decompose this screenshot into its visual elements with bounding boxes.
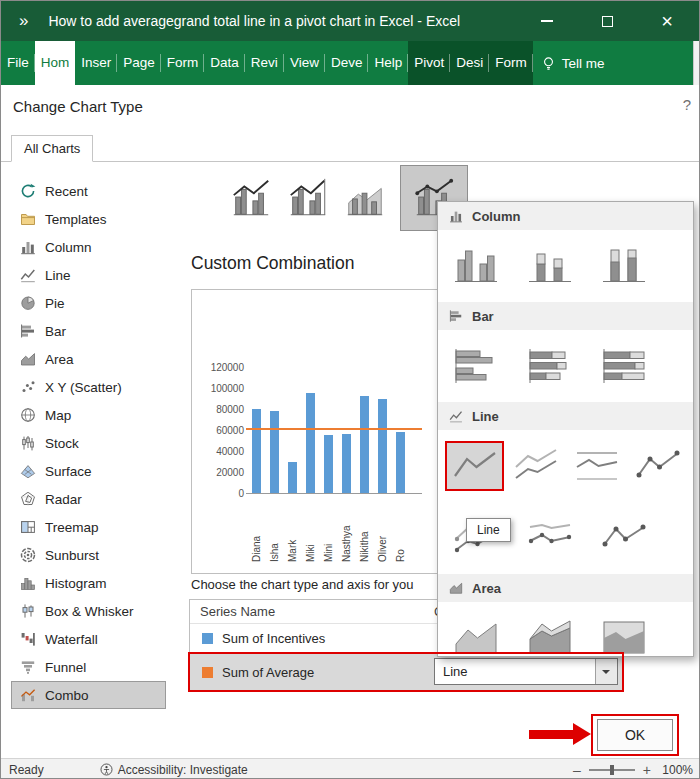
x-axis-label: Nasthya	[341, 525, 352, 562]
column-icon	[20, 239, 36, 255]
ribbon-tab-pivot[interactable]: Pivot	[408, 41, 450, 85]
sidebar-item-stock[interactable]: Stock	[11, 429, 166, 457]
flyout-option-area-100[interactable]	[594, 614, 654, 657]
zoom-out-button[interactable]: –	[573, 762, 581, 778]
flyout-option-bar-clustered[interactable]	[446, 342, 506, 390]
zoom-in-button[interactable]: +	[643, 762, 651, 778]
accessibility-status[interactable]: Accessibility: Investigate	[100, 763, 248, 777]
flyout-option-line-markers[interactable]	[630, 442, 687, 490]
minimize-button[interactable]	[517, 1, 577, 41]
chart-bar	[270, 411, 279, 493]
x-axis-label: Ro	[395, 549, 406, 562]
chart-average-line	[246, 428, 422, 431]
flyout-section-label: Area	[472, 581, 501, 596]
sidebar-item-treemap[interactable]: Treemap	[11, 513, 166, 541]
ribbon-tab-help[interactable]: Help	[368, 41, 408, 85]
recent-icon	[20, 183, 36, 199]
sidebar-item-label: Funnel	[45, 660, 86, 675]
tell-me[interactable]: Tell me	[541, 41, 605, 85]
flyout-section-bar: Bar	[438, 302, 693, 330]
ribbon-tab-form[interactable]: Form	[161, 41, 205, 85]
maximize-button[interactable]	[577, 1, 637, 41]
sidebar-item-radar[interactable]: Radar	[11, 485, 166, 513]
chart-bar	[360, 396, 369, 493]
scrollbar[interactable]	[693, 41, 700, 85]
ribbon-tab-revi[interactable]: Revi	[245, 41, 284, 85]
column-header-series-name: Series Name	[190, 604, 428, 619]
y-axis-label: 40000	[196, 446, 244, 457]
subtype-combo-clustered-line-secondary[interactable]	[286, 171, 330, 225]
funnel-icon	[20, 659, 36, 675]
flyout-option-line-markers-100[interactable]	[520, 514, 580, 562]
sidebar-item-label: Templates	[45, 212, 107, 227]
chevron-down-icon[interactable]	[595, 659, 617, 684]
flyout-option-line-stacked[interactable]	[507, 442, 564, 490]
chart-bar	[306, 393, 315, 493]
combo-icon	[20, 687, 36, 703]
sidebar-item-label: Recent	[45, 184, 88, 199]
sidebar-item-surface[interactable]: Surface	[11, 457, 166, 485]
flyout-option-col-clustered[interactable]	[446, 242, 506, 290]
flyout-option-area-stacked[interactable]	[520, 614, 580, 657]
sidebar-item-column[interactable]: Column	[11, 233, 166, 261]
chart-bar	[252, 409, 261, 493]
sidebar-item-map[interactable]: Map	[11, 401, 166, 429]
ribbon-tab-deve[interactable]: Deve	[325, 41, 369, 85]
tab-all-charts[interactable]: All Charts	[11, 135, 93, 162]
dialog-tabstrip: All Charts	[1, 135, 700, 162]
flyout-option-line-markers-3[interactable]	[594, 514, 654, 562]
flyout-section-label: Bar	[472, 309, 494, 324]
ribbon-tab-inser[interactable]: Inser	[75, 41, 117, 85]
tooltip-line: Line	[466, 518, 511, 542]
app-icon[interactable]: »	[19, 11, 26, 31]
sidebar-item-pie[interactable]: Pie	[11, 289, 166, 317]
sidebar-item-sunburst[interactable]: Sunburst	[11, 541, 166, 569]
ok-button[interactable]: OK	[597, 719, 673, 751]
sidebar-item-x-y-scatter[interactable]: X Y (Scatter)	[11, 373, 166, 401]
x-axis-label: Miki	[305, 544, 316, 562]
x-axis-label: Diana	[251, 536, 262, 562]
flyout-option-col-stacked[interactable]	[520, 242, 580, 290]
sidebar-item-bar[interactable]: Bar	[11, 317, 166, 345]
flyout-option-line[interactable]	[446, 442, 503, 490]
subtype-combo-stacked-area-column[interactable]	[343, 171, 387, 225]
x-axis-label: Isha	[269, 543, 280, 562]
flyout-option-bar-stacked[interactable]	[520, 342, 580, 390]
subtype-combo-clustered-line[interactable]	[229, 171, 273, 225]
sidebar-item-histogram[interactable]: Histogram	[11, 569, 166, 597]
lightbulb-icon	[541, 56, 556, 71]
zoom-slider[interactable]	[589, 764, 635, 776]
ribbon-tab-file[interactable]: File	[1, 41, 35, 85]
sidebar-item-funnel[interactable]: Funnel	[11, 653, 166, 681]
treemap-icon	[20, 519, 36, 535]
sidebar-item-area[interactable]: Area	[11, 345, 166, 373]
zoom-slider-thumb[interactable]	[610, 765, 614, 775]
sidebar-item-label: Line	[45, 268, 71, 283]
ribbon-tab-page[interactable]: Page	[117, 41, 161, 85]
sidebar-item-box-whisker[interactable]: Box & Whisker	[11, 597, 166, 625]
series-row-sum-of-average[interactable]: Sum of AverageLine	[190, 654, 622, 690]
flyout-option-area[interactable]	[446, 614, 506, 657]
ribbon-tab-hom[interactable]: Hom	[35, 41, 76, 85]
sidebar-item-recent[interactable]: Recent	[11, 177, 166, 205]
flyout-section-column: Column	[438, 202, 693, 230]
sidebar-item-templates[interactable]: Templates	[11, 205, 166, 233]
ribbon-tab-form[interactable]: Form	[489, 41, 533, 85]
scatter-icon	[20, 379, 36, 395]
flyout-option-col-100[interactable]	[594, 242, 654, 290]
sidebar-item-line[interactable]: Line	[11, 261, 166, 289]
sidebar-item-combo[interactable]: Combo	[11, 681, 166, 709]
sidebar-item-waterfall[interactable]: Waterfall	[11, 625, 166, 653]
close-button[interactable]: ×	[637, 1, 697, 41]
ribbon-tab-desi[interactable]: Desi	[450, 41, 489, 85]
flyout-option-line-100[interactable]	[569, 442, 626, 490]
ribbon-tab-view[interactable]: View	[284, 41, 325, 85]
flyout-option-bar-100[interactable]	[594, 342, 654, 390]
chart-bar	[288, 462, 297, 494]
help-button[interactable]: ?	[683, 96, 691, 113]
ribbon-tab-data[interactable]: Data	[204, 41, 245, 85]
chart-type-combobox[interactable]: Line	[434, 658, 618, 685]
flyout-section-label: Column	[472, 209, 520, 224]
chart-type-list: RecentTemplatesColumnLinePieBarAreaX Y (…	[11, 177, 166, 709]
histogram-icon	[20, 575, 36, 591]
